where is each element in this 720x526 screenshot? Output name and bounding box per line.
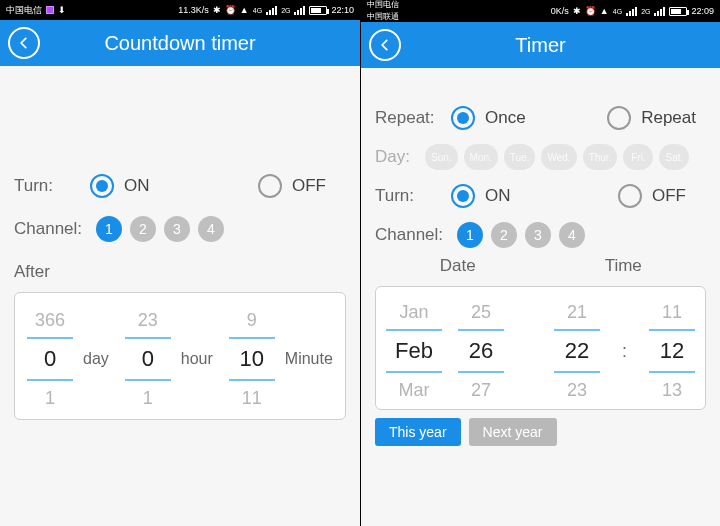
- day-chip-mon: Mon.: [464, 144, 498, 170]
- bluetooth-icon: ✱: [213, 5, 221, 15]
- content-area: Turn: ON OFF Channel: 1 2 3 4 After: [0, 66, 360, 526]
- radio-once-label: Once: [485, 108, 526, 128]
- time-colon: :: [622, 341, 627, 362]
- date-header: Date: [375, 256, 541, 276]
- net-speed: 11.3K/s: [178, 5, 209, 15]
- net-type-1: 4G: [613, 8, 622, 15]
- wheel-current: 0: [44, 339, 56, 379]
- back-button[interactable]: [369, 29, 401, 61]
- radio-repeat-label: Repeat: [641, 108, 696, 128]
- day-chip-fri: Fri.: [623, 144, 653, 170]
- app-notification-icon: [46, 6, 54, 14]
- carrier-label: 中国电信: [6, 4, 42, 17]
- wheel-prev: 366: [35, 303, 65, 337]
- phone-countdown: 中国电信 ⬇ 11.3K/s ✱ ⏰ ▲ 4G 2G 22:10 Countdo…: [0, 0, 360, 526]
- datetime-picker: Jan Feb Mar 25 26 27 21 22: [375, 286, 706, 410]
- title-bar: Countdown timer: [0, 20, 360, 66]
- radio-icon: [607, 106, 631, 130]
- hour-wheel[interactable]: 21 22 23: [554, 295, 600, 407]
- radio-on[interactable]: ON: [451, 184, 511, 208]
- after-label: After: [14, 262, 346, 282]
- net-type-2: 2G: [641, 8, 650, 15]
- channel-chip-4[interactable]: 4: [198, 216, 224, 242]
- back-button[interactable]: [8, 27, 40, 59]
- signal-1-icon: [626, 7, 637, 16]
- battery-icon: [669, 7, 687, 16]
- wifi-icon: ▲: [600, 6, 609, 16]
- minute-wheel[interactable]: 11 12 13: [649, 295, 695, 407]
- minute-wheel[interactable]: 9 10 11: [229, 303, 275, 415]
- day-chip-tue: Tue.: [504, 144, 536, 170]
- channel-chip-3[interactable]: 3: [164, 216, 190, 242]
- wheel-next: 1: [45, 381, 55, 415]
- wheel-prev: 23: [138, 303, 158, 337]
- carrier-1-label: 中国电信: [367, 1, 399, 9]
- dom-wheel[interactable]: 25 26 27: [458, 295, 504, 407]
- radio-on-label: ON: [124, 176, 150, 196]
- radio-icon: [618, 184, 642, 208]
- signal-2-icon: [294, 6, 305, 15]
- channel-chip-2[interactable]: 2: [130, 216, 156, 242]
- channel-label: Channel:: [375, 225, 457, 245]
- battery-icon: [309, 6, 327, 15]
- hour-wheel[interactable]: 23 0 1: [125, 303, 171, 415]
- channel-chip-1[interactable]: 1: [457, 222, 483, 248]
- turn-label: Turn:: [14, 176, 90, 196]
- net-type-1: 4G: [253, 7, 262, 14]
- day-wheel[interactable]: 366 0 1: [27, 303, 73, 415]
- wheel-current: 0: [142, 339, 154, 379]
- chevron-left-icon: [17, 36, 31, 50]
- carrier-2-label: 中国联通: [367, 13, 399, 21]
- radio-repeat[interactable]: Repeat: [607, 106, 696, 130]
- unit-hour: hour: [181, 350, 213, 368]
- day-label: Day:: [375, 147, 425, 167]
- net-speed: 0K/s: [551, 6, 569, 16]
- day-row: Day: Sun. Mon. Tue. Wed. Thur. Fri. Sat.: [375, 144, 706, 170]
- radio-off[interactable]: OFF: [258, 174, 326, 198]
- date-time-headers: Date Time: [375, 256, 706, 276]
- channel-row: Channel: 1 2 3 4: [14, 216, 346, 242]
- radio-icon: [258, 174, 282, 198]
- wheel-next: 13: [662, 373, 682, 407]
- status-bar: 中国电信 ⬇ 11.3K/s ✱ ⏰ ▲ 4G 2G 22:10: [0, 0, 360, 20]
- channel-chip-4[interactable]: 4: [559, 222, 585, 248]
- net-type-2: 2G: [281, 7, 290, 14]
- wheel-prev: 9: [247, 303, 257, 337]
- page-title: Countdown timer: [104, 32, 255, 55]
- clock: 22:09: [691, 6, 714, 16]
- channel-chip-3[interactable]: 3: [525, 222, 551, 248]
- day-chip-sun: Sun.: [425, 144, 458, 170]
- radio-icon: [451, 106, 475, 130]
- wheel-prev: 11: [662, 295, 682, 329]
- radio-off[interactable]: OFF: [618, 184, 686, 208]
- wheel-current: 10: [240, 339, 264, 379]
- wheel-next: 23: [567, 373, 587, 407]
- day-chip-wed: Wed.: [541, 144, 576, 170]
- signal-1-icon: [266, 6, 277, 15]
- turn-label: Turn:: [375, 186, 451, 206]
- unit-day: day: [83, 350, 109, 368]
- content-area: Repeat: Once Repeat Day: Sun. Mon. Tue. …: [361, 68, 720, 526]
- year-buttons: This year Next year: [375, 418, 706, 446]
- wheel-next: 1: [143, 381, 153, 415]
- wheel-next: Mar: [399, 373, 430, 407]
- wheel-current: 26: [469, 331, 493, 371]
- this-year-button[interactable]: This year: [375, 418, 461, 446]
- wheel-prev: 21: [567, 295, 587, 329]
- channel-chip-2[interactable]: 2: [491, 222, 517, 248]
- title-bar: Timer: [361, 22, 720, 68]
- repeat-label: Repeat:: [375, 108, 451, 128]
- turn-row: Turn: ON OFF: [14, 174, 346, 198]
- turn-row: Turn: ON OFF: [375, 184, 706, 208]
- month-wheel[interactable]: Jan Feb Mar: [386, 295, 442, 407]
- radio-on[interactable]: ON: [90, 174, 150, 198]
- radio-once[interactable]: Once: [451, 106, 526, 130]
- radio-off-label: OFF: [652, 186, 686, 206]
- unit-minute: Minute: [285, 350, 333, 368]
- wheel-current: 22: [565, 331, 589, 371]
- next-year-button[interactable]: Next year: [469, 418, 557, 446]
- wheel-prev: 25: [471, 295, 491, 329]
- wheel-next: 27: [471, 373, 491, 407]
- page-title: Timer: [515, 34, 565, 57]
- channel-chip-1[interactable]: 1: [96, 216, 122, 242]
